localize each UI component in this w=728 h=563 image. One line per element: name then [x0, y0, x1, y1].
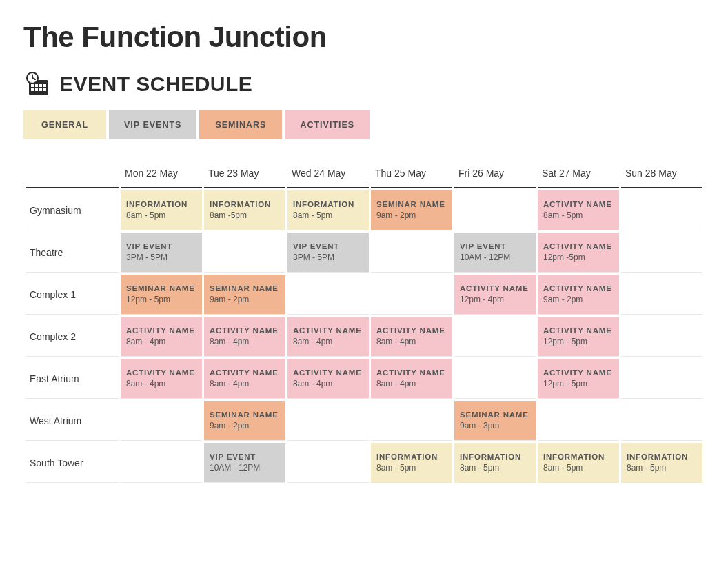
schedule-cell	[371, 401, 452, 441]
schedule-cell	[621, 317, 702, 357]
tab-vip-events[interactable]: VIP EVENTS	[109, 110, 196, 139]
schedule-cell: ACTIVITY NAME8am - 4pm	[121, 359, 202, 399]
event-block[interactable]: ACTIVITY NAME8am - 4pm	[204, 359, 285, 398]
day-header: Mon 22 May	[121, 162, 202, 188]
event-title: VIP EVENT	[210, 453, 280, 461]
day-header: Fri 26 May	[454, 162, 536, 188]
event-block[interactable]: ACTIVITY NAME12pm -5pm	[538, 233, 619, 272]
event-title: ACTIVITY NAME	[126, 326, 196, 335]
event-title: ACTIVITY NAME	[293, 368, 363, 377]
event-block[interactable]: ACTIVITY NAME8am - 4pm	[121, 317, 202, 356]
event-time: 3PM - 5PM	[293, 253, 363, 262]
room-header: Complex 2	[26, 317, 119, 357]
schedule-cell: ACTIVITY NAME12pm - 5pm	[538, 359, 619, 399]
event-time: 8am - 4pm	[126, 379, 196, 388]
event-block[interactable]: ACTIVITY NAME8am - 5pm	[538, 190, 619, 230]
event-block[interactable]: INFORMATION8am - 5pm	[621, 443, 702, 482]
schedule-cell	[538, 401, 619, 441]
event-title: SEMINAR NAME	[210, 411, 280, 419]
schedule-cell: ACTIVITY NAME8am - 4pm	[287, 359, 369, 399]
schedule-cell	[621, 233, 702, 273]
tab-general[interactable]: GENERAL	[23, 110, 106, 139]
event-block[interactable]: INFORMATION8am - 5pm	[121, 190, 202, 230]
event-time: 9am - 3pm	[460, 421, 530, 431]
tab-activities[interactable]: ACTIVITIES	[285, 110, 370, 139]
corner-cell	[26, 162, 119, 188]
svg-rect-4	[43, 84, 46, 87]
calendar-clock-icon	[23, 70, 51, 98]
event-time: 8am - 5pm	[126, 210, 196, 220]
event-block[interactable]: INFORMATION8am - 5pm	[287, 190, 369, 230]
event-block[interactable]: INFORMATION8am - 5pm	[371, 443, 452, 482]
event-block[interactable]: ACTIVITY NAME8am - 4pm	[287, 317, 369, 356]
event-block[interactable]: ACTIVITY NAME8am - 4pm	[204, 317, 285, 356]
event-title: ACTIVITY NAME	[376, 368, 447, 377]
event-block[interactable]: INFORMATION8am -5pm	[204, 190, 285, 230]
event-block[interactable]: ACTIVITY NAME12pm - 5pm	[538, 359, 619, 398]
event-block[interactable]: ACTIVITY NAME8am - 4pm	[121, 359, 202, 398]
svg-rect-1	[31, 84, 34, 87]
event-block[interactable]: SEMINAR NAME12pm - 5pm	[121, 275, 202, 314]
event-title: VIP EVENT	[460, 242, 530, 250]
event-block[interactable]: INFORMATION8am - 5pm	[538, 443, 619, 482]
event-block[interactable]: SEMINAR NAME9am - 3pm	[454, 401, 536, 440]
schedule-cell: ACTIVITY NAME8am - 5pm	[538, 190, 619, 230]
room-header: South Tower	[26, 443, 119, 483]
tab-seminars[interactable]: SEMINARS	[199, 110, 282, 139]
event-block[interactable]: ACTIVITY NAME12pm - 5pm	[538, 317, 619, 356]
event-block[interactable]: ACTIVITY NAME8am - 4pm	[287, 359, 369, 398]
svg-rect-3	[39, 84, 42, 87]
event-time: 8am - 4pm	[376, 379, 447, 388]
event-time: 8am - 4pm	[210, 337, 280, 346]
schedule-cell: ACTIVITY NAME8am - 4pm	[121, 317, 202, 357]
schedule-cell	[287, 401, 369, 441]
event-block[interactable]: SEMINAR NAME9am - 2pm	[371, 190, 452, 230]
event-time: 12pm - 4pm	[460, 295, 530, 304]
event-time: 8am - 5pm	[543, 463, 614, 473]
event-time: 12pm -5pm	[543, 253, 614, 262]
event-block[interactable]: ACTIVITY NAME8am - 4pm	[371, 317, 452, 356]
schedule-table: Mon 22 May Tue 23 May Wed 24 May Thu 25 …	[23, 160, 705, 485]
schedule-cell: ACTIVITY NAME12pm - 4pm	[454, 275, 536, 315]
event-title: ACTIVITY NAME	[543, 200, 614, 208]
event-title: ACTIVITY NAME	[543, 242, 614, 250]
event-block[interactable]: VIP EVENT3PM - 5PM	[287, 233, 369, 272]
event-title: SEMINAR NAME	[126, 284, 196, 293]
schedule-cell	[621, 275, 702, 315]
event-block[interactable]: ACTIVITY NAME9am - 2pm	[538, 275, 619, 314]
schedule-row: TheatreVIP EVENT3PM - 5PMVIP EVENT3PM - …	[26, 233, 702, 273]
schedule-cell	[621, 190, 702, 230]
schedule-row: East AtriumACTIVITY NAME8am - 4pmACTIVIT…	[26, 359, 702, 399]
schedule-cell	[621, 359, 702, 399]
event-time: 8am - 5pm	[543, 210, 614, 220]
schedule-cell: INFORMATION8am - 5pm	[454, 443, 536, 483]
event-title: ACTIVITY NAME	[543, 326, 614, 335]
event-block[interactable]: ACTIVITY NAME12pm - 4pm	[454, 275, 536, 314]
event-title: INFORMATION	[126, 200, 196, 208]
event-time: 8am - 5pm	[293, 210, 363, 220]
event-time: 3PM - 5PM	[126, 253, 196, 262]
event-block[interactable]: VIP EVENT3PM - 5PM	[121, 233, 202, 272]
schedule-cell	[371, 275, 452, 315]
schedule-cell: INFORMATION8am - 5pm	[121, 190, 202, 230]
event-title: INFORMATION	[543, 453, 614, 461]
event-time: 8am - 4pm	[126, 337, 196, 346]
event-block[interactable]: ACTIVITY NAME8am - 4pm	[371, 359, 452, 398]
schedule-cell: ACTIVITY NAME8am - 4pm	[287, 317, 369, 357]
event-block[interactable]: VIP EVENT10AM - 12PM	[454, 233, 536, 272]
schedule-cell	[287, 443, 369, 483]
room-header: Gymnasium	[26, 190, 119, 230]
event-time: 9am - 2pm	[210, 421, 280, 431]
schedule-cell: ACTIVITY NAME8am - 4pm	[371, 317, 452, 357]
schedule-cell: ACTIVITY NAME8am - 4pm	[204, 359, 285, 399]
event-block[interactable]: INFORMATION8am - 5pm	[454, 443, 536, 482]
event-block[interactable]: SEMINAR NAME9am - 2pm	[204, 275, 285, 314]
event-title: SEMINAR NAME	[460, 411, 530, 419]
event-time: 8am - 5pm	[460, 463, 530, 473]
schedule-cell: ACTIVITY NAME12pm - 5pm	[538, 317, 619, 357]
schedule-row: Complex 1SEMINAR NAME12pm - 5pmSEMINAR N…	[26, 275, 702, 315]
event-block[interactable]: VIP EVENT10AM - 12PM	[204, 443, 285, 482]
schedule-cell	[454, 317, 536, 357]
event-title: ACTIVITY NAME	[543, 284, 614, 293]
event-block[interactable]: SEMINAR NAME9am - 2pm	[204, 401, 285, 440]
